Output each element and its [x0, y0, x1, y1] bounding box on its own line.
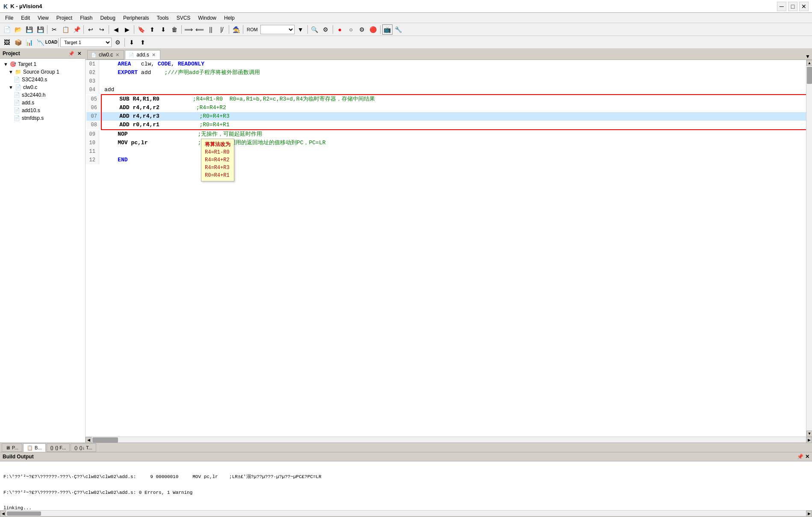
project-panel-controls[interactable]: 📌 ✕ [68, 50, 83, 57]
tb2-btn4[interactable]: 📉 [35, 37, 45, 48]
save-button[interactable]: 💾 [24, 24, 34, 35]
options-button[interactable]: 🔧 [393, 24, 404, 35]
menu-flash[interactable]: Flash [77, 14, 96, 22]
config-button[interactable]: ⚙ [321, 24, 331, 35]
code-editor[interactable]: 01 AREA clw, CODE, READONLY 02 EXPORT ad… [86, 60, 806, 437]
build-output-close-button[interactable]: ✕ [805, 454, 809, 460]
build-hscroll-thumb[interactable] [7, 511, 41, 516]
cut-button[interactable]: ✂ [49, 24, 59, 35]
bottom-tab-p[interactable]: 🖥 P... [2, 443, 22, 452]
vscroll-up-button[interactable]: ▲ [806, 60, 812, 66]
menu-peripherals[interactable]: Peripherals [120, 14, 153, 22]
debug-button[interactable]: 🔴 [368, 24, 378, 35]
new-file-button[interactable]: 📄 [2, 24, 12, 35]
project-pin-button[interactable]: 📌 [68, 50, 75, 57]
open-button[interactable]: 📂 [13, 24, 23, 35]
tb2-btn5[interactable]: LOAD [46, 37, 56, 48]
save-all-button[interactable]: 💾 [35, 24, 45, 35]
uncomment-button[interactable]: |/ [217, 24, 227, 35]
bottom-tab-b[interactable]: 📋 B... [23, 443, 46, 452]
tree-item-adds[interactable]: 📄 add.s [0, 99, 85, 107]
hscroll-thumb[interactable] [92, 437, 118, 443]
tree-item-s3c2440h[interactable]: 📄 s3c2440.h [0, 91, 85, 99]
tree-label-target1: Target 1 [18, 61, 36, 67]
sourcegroup1-icon: 📁 [15, 69, 21, 75]
comment-button[interactable]: || [206, 24, 216, 35]
tree-item-s3c2440s[interactable]: 📄 S3C2440.s [0, 76, 85, 83]
build-output-controls[interactable]: 📌 ✕ [797, 454, 809, 460]
tb2-btn1[interactable]: 🖼 [2, 37, 12, 48]
nav-back-button[interactable]: ◀ [111, 24, 121, 35]
menu-edit[interactable]: Edit [18, 14, 33, 22]
minimize-button[interactable]: ─ [777, 2, 786, 11]
copy-button[interactable]: 📋 [60, 24, 71, 35]
build-output-scrollbar[interactable]: ◀ ▶ [0, 510, 812, 516]
menu-help[interactable]: Help [221, 14, 238, 22]
tab-clw0c[interactable]: 📄 clw0.c ✕ [87, 50, 124, 59]
sep2 [83, 25, 84, 34]
s3c2440h-icon: 📄 [14, 92, 20, 98]
bookmark-next-button[interactable]: ⬇ [158, 24, 168, 35]
stop-button[interactable]: ○ [346, 24, 356, 35]
tb2-btn3[interactable]: 📊 [24, 37, 34, 48]
tab-close-clw0c[interactable]: ✕ [115, 52, 119, 58]
menu-svcs[interactable]: SVCS [173, 14, 194, 22]
menu-tools[interactable]: Tools [154, 14, 172, 22]
tree-item-sourcegroup1[interactable]: ▼ 📁 Source Group 1 [0, 68, 85, 76]
rom-dropdown[interactable] [260, 25, 295, 34]
vscroll-thumb[interactable] [807, 67, 812, 84]
tree-item-add10s[interactable]: 📄 add10.s [0, 107, 85, 114]
undo-button[interactable]: ↩ [86, 24, 96, 35]
maximize-button[interactable]: □ [788, 2, 797, 11]
menu-file[interactable]: File [2, 14, 17, 22]
hscroll-right-button[interactable]: ▶ [806, 437, 812, 443]
tree-item-clw0c[interactable]: ▼ 📄 clw0.c [0, 83, 85, 91]
unindent-button[interactable]: ⟸ [195, 24, 205, 35]
close-button[interactable]: ✕ [799, 2, 809, 11]
bookmark-prev-button[interactable]: ⬆ [147, 24, 157, 35]
tree-item-stmfdsps[interactable]: 📄 stmfdsp.s [0, 114, 85, 122]
build-hscroll-left[interactable]: ◀ [0, 511, 6, 517]
paste-button[interactable]: 📌 [71, 24, 82, 35]
menu-window[interactable]: Window [195, 14, 220, 22]
wizard-button[interactable]: 🧙 [231, 24, 241, 35]
nav-fwd-button[interactable]: ▶ [122, 24, 132, 35]
upload-button[interactable]: ⬆ [138, 37, 148, 48]
project-close-button[interactable]: ✕ [76, 50, 83, 57]
menu-debug[interactable]: Debug [97, 14, 119, 22]
rom-arrow-button[interactable]: ▼ [295, 24, 306, 35]
target-options2-button[interactable]: ⚙ [112, 37, 123, 48]
hscroll-left-button[interactable]: ◀ [86, 437, 92, 443]
tree-arrow-sourcegroup1: ▼ [9, 69, 13, 74]
vscroll-down-button[interactable]: ▼ [806, 431, 812, 437]
tab-adds[interactable]: 📄 add.s ✕ [125, 50, 160, 59]
build-output-header: Build Output 📌 ✕ [0, 452, 812, 461]
build-hscroll-right[interactable]: ▶ [806, 511, 812, 517]
target-options-button[interactable]: ⚙ [357, 24, 367, 35]
menu-project[interactable]: Project [53, 14, 76, 22]
clw0c-icon: 📄 [15, 84, 21, 90]
tab-scroll-button[interactable]: ▼ [805, 53, 810, 59]
download-button[interactable]: ⬇ [127, 37, 137, 48]
bottom-tab-f[interactable]: {} {} F... [47, 443, 70, 452]
bookmark-clear-button[interactable]: 🗑 [169, 24, 180, 35]
build-output-pin-button[interactable]: 📌 [797, 454, 803, 460]
editor-vscroll[interactable]: ▲ ▼ [806, 60, 812, 437]
target-dropdown[interactable]: Target 1 [60, 38, 112, 47]
view-mode-button[interactable]: 📺 [382, 24, 393, 35]
bottom-tab-t[interactable]: () ()↓ T... [71, 443, 96, 452]
redo-button[interactable]: ↪ [97, 24, 107, 35]
panel-bottom-tabs: 🖥 P... 📋 B... {} {} F... () ()↓ T... [0, 443, 812, 452]
window-controls[interactable]: ─ □ ✕ [777, 2, 809, 11]
tab-close-adds[interactable]: ✕ [152, 52, 156, 58]
build-button[interactable]: ● [335, 24, 345, 35]
indent-button[interactable]: ⟹ [183, 24, 194, 35]
code-line-12: 12 END [86, 156, 806, 164]
line-content-04: add [99, 86, 806, 94]
tree-item-target1[interactable]: ▼ 🎯 Target 1 [0, 60, 85, 68]
code-line-02: 02 EXPORT add ;///声明add子程序将被外部函数调用 [86, 68, 806, 77]
search-button[interactable]: 🔍 [310, 24, 320, 35]
menu-view[interactable]: View [34, 14, 52, 22]
bookmark-toggle-button[interactable]: 🔖 [136, 24, 146, 35]
tb2-btn2[interactable]: 📦 [13, 37, 23, 48]
